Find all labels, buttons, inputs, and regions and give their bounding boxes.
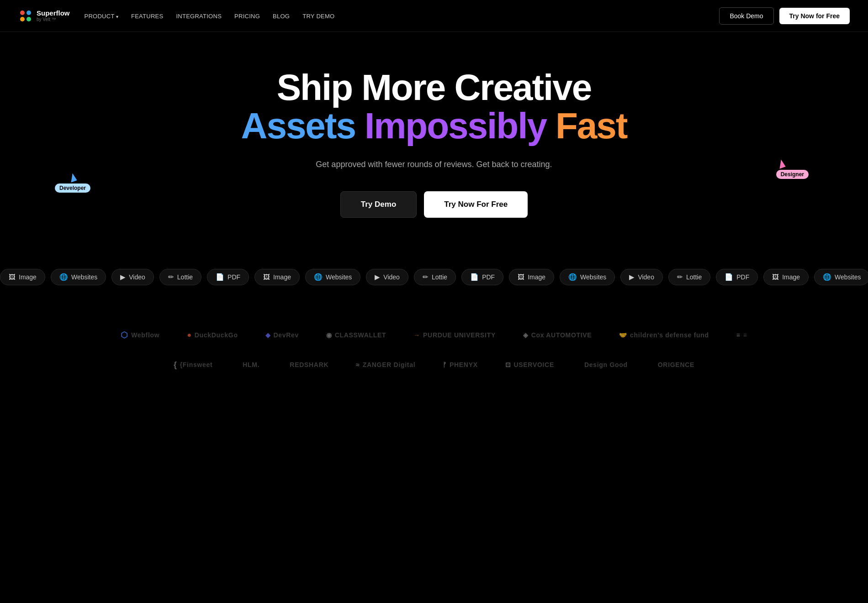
developer-label: Developer (55, 184, 90, 193)
tag-label: Websites (835, 273, 861, 281)
tag-pill: ✏Lottie (159, 269, 201, 285)
logo-item: REDSHARK (287, 361, 328, 368)
logo-item: children's defense fund (619, 331, 709, 339)
tag-label: Image (528, 273, 545, 281)
logo-item: PHENYX (443, 361, 477, 368)
nav-item-try-demo[interactable]: TRY DEMO (302, 12, 334, 20)
tag-icon: 📄 (470, 273, 479, 281)
tag-icon: 🖼 (263, 273, 270, 281)
tag-label: Video (129, 273, 145, 281)
tag-icon: ✏ (677, 273, 683, 281)
tag-pill: 🖼Image (509, 269, 554, 285)
svg-point-2 (20, 17, 25, 21)
tag-label: Lottie (686, 273, 702, 281)
tag-icon: 🌐 (314, 273, 323, 281)
logo-item: CLASSWALLET (326, 331, 386, 339)
tag-icon: ✏ (423, 273, 429, 281)
nav-left: Superflow by Velt ™ PRODUCT FEATURES INT… (18, 9, 334, 23)
tag-icon: 🖼 (772, 273, 779, 281)
nav-item-pricing[interactable]: PRICING (234, 12, 260, 20)
brand-logo-icon (18, 9, 33, 23)
logo-item: Webflow (121, 330, 159, 340)
logo-item: HLM. (240, 361, 259, 368)
navbar: Superflow by Velt ™ PRODUCT FEATURES INT… (0, 0, 868, 32)
tag-icon: 🖼 (9, 273, 16, 281)
tag-pill: 🌐Websites (305, 269, 360, 285)
tag-label: Image (19, 273, 37, 281)
tag-label: Image (782, 273, 800, 281)
developer-cursor: Developer (55, 173, 90, 193)
tag-icon: ▶ (629, 273, 635, 281)
brand-name: Superflow (37, 10, 70, 17)
svg-point-1 (26, 10, 31, 15)
logos-section: WebflowDuckDuckGoDevRevCLASSWALLETPURDUE… (0, 323, 868, 377)
svg-point-0 (20, 10, 25, 15)
hero-try-demo-button[interactable]: Try Demo (340, 191, 417, 218)
logos-row-1: WebflowDuckDuckGoDevRevCLASSWALLETPURDUE… (37, 323, 831, 347)
tag-pill: ▶Video (111, 269, 154, 285)
tag-label: PDF (482, 273, 495, 281)
book-demo-button[interactable]: Book Demo (719, 7, 773, 25)
tag-icon: 🌐 (823, 273, 831, 281)
tag-pill: 🌐Websites (814, 269, 868, 285)
hero-word-impossibly: Impossibly (365, 107, 546, 145)
tag-label: Lottie (177, 273, 193, 281)
hero-word-assets: Assets (241, 107, 355, 145)
tag-label: Lottie (432, 273, 447, 281)
tag-pill: 🌐Websites (560, 269, 615, 285)
tag-pill: 🖼Image (0, 269, 45, 285)
logo-item: Cox AUTOMOTIVE (523, 331, 592, 339)
logo-item: DevRev (265, 331, 299, 339)
logo-item: ≡ (736, 331, 747, 339)
brand: Superflow by Velt ™ (18, 9, 70, 23)
svg-point-3 (26, 17, 31, 21)
logo-item: PURDUE UNIVERSITY (413, 331, 496, 339)
logo-item: USERVOICE (505, 361, 554, 368)
brand-sub: by Velt ™ (37, 17, 70, 22)
tag-pill: ▶Video (620, 269, 663, 285)
tag-label: Video (383, 273, 400, 281)
hero-subtitle: Get approved with fewer rounds of review… (316, 158, 552, 171)
designer-cursor: Designer (776, 160, 809, 179)
logo-item: DuckDuckGo (187, 331, 238, 339)
designer-label: Designer (776, 170, 809, 179)
tag-icon: 🌐 (568, 273, 577, 281)
designer-cursor-icon (777, 159, 785, 169)
hero-try-free-button[interactable]: Try Now For Free (424, 191, 528, 218)
tag-pill: 📄PDF (207, 269, 249, 285)
logo-item: ORIGENCE (655, 361, 694, 368)
try-now-free-button[interactable]: Try Now for Free (779, 8, 850, 24)
tag-label: PDF (736, 273, 749, 281)
tag-pill: 🖼Image (254, 269, 300, 285)
logo-item: Design Good (582, 361, 628, 368)
tag-pill: 🌐Websites (51, 269, 106, 285)
tag-label: Image (273, 273, 291, 281)
hero-word-fast: Fast (556, 107, 627, 145)
tag-icon: 📄 (725, 273, 733, 281)
logo-item: {Finsweet (174, 360, 212, 370)
tag-icon: 🌐 (59, 273, 68, 281)
logo-item: ZANGER Digital (356, 361, 415, 368)
tag-icon: 📄 (216, 273, 224, 281)
hero-section: Developer Designer Ship More Creative As… (0, 32, 868, 236)
tag-pill: 📄PDF (461, 269, 503, 285)
tag-pill: 🖼Image (763, 269, 809, 285)
nav-links: PRODUCT FEATURES INTEGRATIONS PRICING BL… (85, 12, 335, 20)
developer-cursor-icon (68, 173, 77, 183)
brand-text: Superflow by Velt ™ (37, 10, 70, 22)
nav-item-blog[interactable]: BLOG (273, 12, 290, 20)
nav-item-integrations[interactable]: INTEGRATIONS (176, 12, 222, 20)
logos-row-2: {FinsweetHLM.REDSHARKZANGER DigitalPHENY… (37, 353, 831, 377)
tag-pill: ✏Lottie (414, 269, 456, 285)
nav-item-features[interactable]: FEATURES (131, 12, 163, 20)
tag-icon: ▶ (375, 273, 380, 281)
nav-item-product[interactable]: PRODUCT (85, 12, 118, 20)
tag-icon: 🖼 (518, 273, 524, 281)
tag-pill: ✏Lottie (668, 269, 710, 285)
tag-pill: ▶Video (366, 269, 408, 285)
hero-buttons: Try Demo Try Now For Free (340, 191, 528, 218)
tag-label: Video (638, 273, 654, 281)
tag-pill: 📄PDF (716, 269, 758, 285)
tag-label: PDF (228, 273, 240, 281)
tag-label: Websites (71, 273, 97, 281)
